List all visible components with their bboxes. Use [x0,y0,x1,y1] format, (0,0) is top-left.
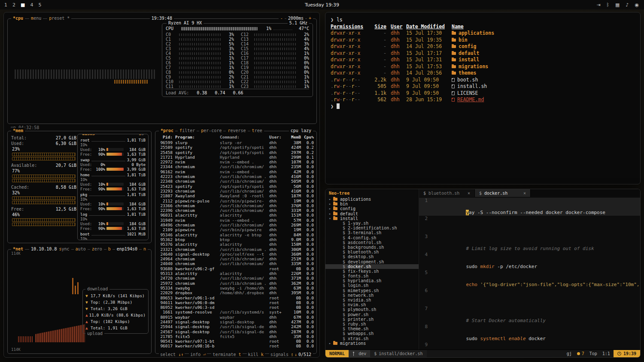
network-icon[interactable]: ◉ [635,2,639,8]
iface-prev-button[interactable]: b [106,246,112,252]
process-row[interactable]: 49496 chromium /usr/lib/chromium/ dhh 26… [157,223,315,227]
process-row[interactable]: 86952 kworker/u96:3-sd root 0B 0.0 [157,305,315,310]
process-row[interactable]: 95313 alacritty alacritty dhh 226M 0.0 [157,271,315,276]
preset-button[interactable]: preset * [47,15,71,21]
process-row[interactable]: 80915 waybar waybar dhh 67M 0.0 [157,315,315,320]
close-icon[interactable]: × [523,191,526,196]
bluetooth-icon[interactable]: ᛒ [606,2,609,8]
process-row[interactable]: 94611 kworker/u96:0-dm root 0B 0.0 [157,300,315,305]
proc-hint[interactable]: terminate t [211,352,242,357]
tree-item[interactable]: $ fix-fkeys.sh [325,269,419,274]
buffer-tab[interactable]: $ bluetooth.sh × [419,189,475,197]
buffer-tab[interactable]: $ docker.sh × [475,189,531,197]
proc-hint[interactable]: info ⏎ [189,352,207,357]
process-row[interactable]: 22029 dropbox /home/dhh/.dropbox dhh 395… [157,290,315,295]
tree-item[interactable]: $ bluetooth.sh [325,250,419,254]
process-row[interactable]: 31949 nvim nvim --embed . dhh 57M 0.0 [157,218,315,223]
tree-item[interactable]: $ install [325,216,419,221]
tree-item[interactable]: $ backgrounds.sh [325,245,419,250]
tree-item[interactable]: $ applications [325,197,419,202]
process-row[interactable]: 96162 nvim nvim --embed . dhh 42M 0.0 [157,169,315,174]
expander-icon[interactable] [329,341,333,345]
process-row[interactable]: 95346 alacritty alacritty -e btop dhh 84… [157,232,315,237]
process-row[interactable]: 90541 kworker/u97:1-bt root 0B 0.0 [157,339,315,344]
process-row[interactable]: 24720 chromium /usr/lib/chromium/ dhh 37… [157,276,315,281]
io-toggle[interactable]: io [137,134,146,137]
tree-item[interactable]: $ default [325,211,419,216]
editor-buffer[interactable]: 1 yay -S --noconfirm --needed docker doc… [419,197,640,350]
tree-item[interactable]: $ nvidia.sh [325,298,419,302]
process-row[interactable]: 22396 chromium /usr/lib/chromium/ dhh 33… [157,208,315,213]
process-row[interactable]: 24640 signal-desktop /proc/self/exe --t … [157,252,315,256]
tree-item[interactable]: $ fonts.sh [325,274,419,278]
editor-line[interactable]: 6 [419,288,640,306]
process-row[interactable]: 96599 slurp slurp -or dhh 38M 0.0 [157,140,315,145]
proc-hint[interactable]: kill k [247,352,265,357]
scroll-down-icon[interactable]: ↓ [295,352,297,357]
workspace-button[interactable]: 2 [12,2,15,8]
tree-item[interactable]: $ desktop.sh [325,254,419,259]
tree-item[interactable]: $ config [325,206,419,211]
process-row[interactable]: 95334 swaybg swaybg -i /home/dh dhh 63M … [157,286,315,290]
tree-item[interactable]: $ mimetypes.sh [325,288,419,293]
tree-item[interactable]: $ 2-identification.sh [325,226,419,230]
tree-item[interactable]: $ bin [325,202,419,206]
sort-selector[interactable]: cpu lazy [289,128,313,134]
editor-line[interactable]: 5 echo '{"log-driver":"json-file","log-o… [419,270,640,288]
reverse-toggle[interactable]: reverse [226,128,247,134]
tree-item[interactable]: $ webapps.sh [325,331,419,336]
tree-item[interactable]: $ theme.sh [325,326,419,331]
process-row[interactable]: 25589 spotify /opt/spotify/spoti dhh 424… [157,145,315,150]
process-row[interactable]: 42223 chromium /usr/lib/chromium . dhh 4… [157,174,315,179]
editor-line[interactable]: 7 # Start Docker automatically [419,306,640,324]
tree-item[interactable]: $ asdcontrol.sh [325,240,419,245]
shell-input-line[interactable]: ❯ [331,103,635,110]
tree-toggle[interactable]: tree [250,128,264,134]
process-row[interactable]: 24567 signal-desktop /usr/lib/signal-de … [157,329,315,334]
editor-line[interactable]: 2 [419,216,640,234]
process-row[interactable]: 24497 signal-desktop signal-desktop dhh … [157,320,315,324]
process-row[interactable]: 23344 chromium /usr/lib/chromium/ dhh 23… [157,164,315,169]
process-row[interactable]: 23293 chromium /usr/lib/chromium/ dhh 41… [157,189,315,193]
process-row[interactable]: 25944 signal-desktop /usr/lib/signal-de … [157,324,315,329]
tree-item[interactable]: $ 4-config.sh [325,235,419,240]
tree-item[interactable]: $ nvim.sh [325,302,419,307]
tree-item[interactable]: $ ruby.sh [325,322,419,326]
process-row[interactable]: 93680 kworker/u96:2-gf root 0B 0.0 [157,266,315,271]
close-icon[interactable]: × [468,191,470,196]
process-row[interactable]: 95376 alacritty alacritty dhh 158M 0.0 [157,242,315,247]
process-row[interactable]: 2109 pipewire /usr/bin/pipewire dhh 19M … [157,227,315,232]
process-row[interactable]: 96031 alacritty alacritty dhh 151M 0.0 [157,213,315,217]
tree-item[interactable]: $ login.sh [325,283,419,288]
process-table-header[interactable]: Pid: Program: Command: User: MemB Cpu% [157,135,315,140]
process-row[interactable]: 23321 chromium /usr/lib/chromium . dhh 3… [157,247,315,252]
process-row[interactable]: 89653 kworker/u96:1-sd root 0B 0.0 [157,296,315,300]
tree-item[interactable]: $ plymouth.sh [325,307,419,312]
process-row[interactable]: 96017 kworker/u98:16-b root 0B 0.0 [157,344,315,348]
process-row[interactable]: 25458 spotify /opt/spotify/spoti dhh 297… [157,150,315,155]
process-row[interactable]: 24964 chromium /usr/lib/chromium/ dhh 25… [157,256,315,261]
per-core-toggle[interactable]: per-core [199,128,223,134]
tree-item[interactable]: $ xtras.sh [325,336,419,341]
net-auto-toggle[interactable]: auto [74,246,88,252]
process-row[interactable]: 25423 spotify /opt/spotify/spoti dhh 56M… [157,184,315,189]
tree-item[interactable]: $ power.sh [325,312,419,317]
workspace-button[interactable]: ■ [21,2,25,8]
process-row[interactable]: 21721 Hyprland Hyprland dhh 299M 0.1 [157,155,315,160]
proc-hint[interactable]: signals s [269,352,295,357]
tree-item[interactable]: $ printer.sh [325,317,419,322]
menu-button[interactable]: menu [29,15,43,21]
process-panel-title[interactable]: *proc [159,128,175,134]
filter-button[interactable]: filter [178,128,197,134]
tree-item[interactable]: $ migrations [325,341,419,346]
volume-icon[interactable]: ♪ [626,2,629,8]
process-row[interactable]: 22972 nvim nvim --embed . dhh 107M 0.0 [157,160,315,164]
editor-line[interactable]: 3 # Limit log size to avoid running out … [419,234,640,252]
editor-line[interactable]: 4 sudo mkdir -p /etc/docker [419,252,640,270]
proc-hint[interactable]: select ↓↑ [159,352,185,357]
logout-icon[interactable]: ⇥ [596,2,600,8]
apps-icon[interactable]: ▦ [615,2,620,8]
expander-icon[interactable] [329,197,333,201]
expander-icon[interactable] [329,217,333,220]
memory-panel-title[interactable]: *mem [11,128,25,134]
